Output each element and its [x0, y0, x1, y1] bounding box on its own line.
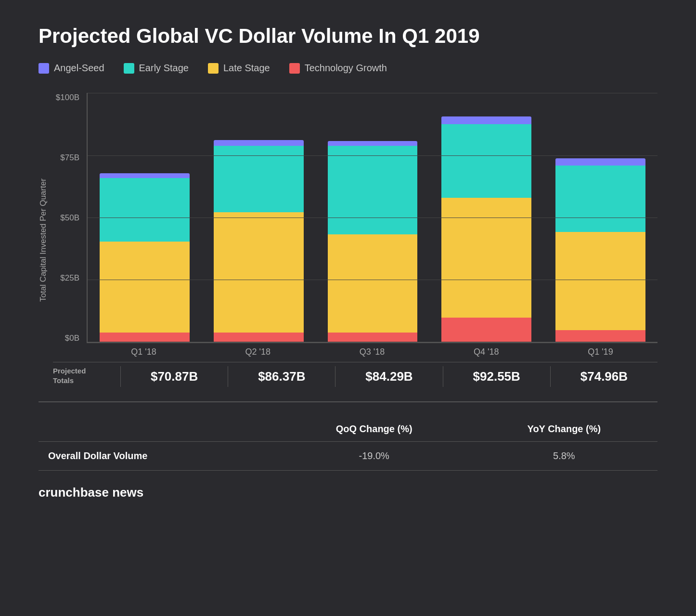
x-label-0: Q1 '18 [87, 347, 201, 357]
early-segment [328, 146, 418, 234]
total-cell-2: $84.29B [335, 366, 442, 387]
y-axis: $100B $75B $50B $25B $0B [53, 93, 87, 343]
tech-growth-swatch [289, 63, 300, 74]
bar-group-q4-18 [429, 98, 543, 342]
bar-group-q1-19 [543, 98, 657, 342]
branding: crunchbase news [39, 485, 657, 500]
totals-label: ProjectedTotals [53, 366, 120, 387]
x-label-4: Q1 '19 [543, 347, 657, 357]
early-segment [214, 146, 304, 212]
col-header-label [39, 417, 278, 442]
chart-inner: $100B $75B $50B $25B $0B Q1 '18Q2 '18Q3 … [53, 93, 657, 387]
row-label: Overall Dollar Volume [39, 442, 278, 471]
late-segment [100, 242, 190, 333]
late-segment [441, 198, 531, 318]
x-label-1: Q2 '18 [201, 347, 315, 357]
y-axis-label: Total Capital Invested Per Quarter [39, 93, 48, 387]
y-tick-0: $0B [65, 334, 79, 343]
angel-seed-swatch [39, 63, 49, 74]
early-segment [100, 178, 190, 242]
y-tick-25: $25B [60, 273, 79, 283]
comparison-table: QoQ Change (%) YoY Change (%) Overall Do… [39, 417, 657, 471]
x-label-3: Q4 '18 [429, 347, 543, 357]
angel-segment [555, 158, 645, 166]
table-row: Overall Dollar Volume-19.0%5.8% [39, 442, 657, 471]
chart-area: Total Capital Invested Per Quarter $100B… [39, 93, 657, 387]
table-header-row: QoQ Change (%) YoY Change (%) [39, 417, 657, 442]
stacked-bar-4 [555, 158, 645, 342]
late-stage-label: Late Stage [223, 63, 270, 74]
stacked-bar-2 [328, 141, 418, 342]
legend-item-late-stage: Late Stage [208, 63, 270, 74]
late-segment [214, 212, 304, 333]
tech-segment [555, 330, 645, 343]
tech-segment [100, 333, 190, 342]
stacked-bar-1 [214, 140, 304, 343]
grid-line-100 [88, 93, 657, 93]
chart-plot: $100B $75B $50B $25B $0B [53, 93, 657, 343]
early-stage-label: Early Stage [139, 63, 189, 74]
x-labels: Q1 '18Q2 '18Q3 '18Q4 '18Q1 '19 [87, 347, 657, 357]
stacked-bar-0 [100, 173, 190, 343]
angel-segment [100, 173, 190, 178]
angel-segment [328, 141, 418, 146]
bar-group-q1-18 [88, 98, 202, 342]
legend-item-tech-growth: Technology Growth [289, 63, 387, 74]
y-tick-75: $75B [60, 153, 79, 163]
tech-segment [328, 333, 418, 342]
y-tick-50: $50B [60, 213, 79, 223]
legend-item-early-stage: Early Stage [124, 63, 189, 74]
angel-seed-label: Angel-Seed [54, 63, 104, 74]
chart-title: Projected Global VC Dollar Volume In Q1 … [39, 24, 657, 48]
bars-container [87, 93, 657, 343]
late-segment [555, 232, 645, 330]
row-qoq: -19.0% [278, 442, 471, 471]
col-header-yoy: YoY Change (%) [471, 417, 657, 442]
total-cell-0: $70.87B [120, 366, 228, 387]
early-stage-swatch [124, 63, 134, 74]
totals-row: ProjectedTotals $70.87B$86.37B$84.29B$92… [53, 362, 657, 387]
col-header-qoq: QoQ Change (%) [278, 417, 471, 442]
tech-segment [441, 318, 531, 342]
bar-group-q3-18 [316, 98, 430, 342]
legend: Angel-Seed Early Stage Late Stage Techno… [39, 63, 657, 74]
angel-segment [441, 116, 531, 124]
tech-segment [214, 333, 304, 342]
stacked-bar-3 [441, 116, 531, 342]
total-cell-1: $86.37B [228, 366, 335, 387]
total-cell-3: $92.55B [443, 366, 550, 387]
late-segment [328, 234, 418, 333]
bar-group-q2-18 [202, 98, 316, 342]
y-tick-100: $100B [56, 93, 79, 103]
legend-item-angel-seed: Angel-Seed [39, 63, 104, 74]
tech-growth-label: Technology Growth [305, 63, 387, 74]
early-segment [441, 124, 531, 198]
totals-values: $70.87B$86.37B$84.29B$92.55B$74.96B [120, 366, 657, 387]
row-yoy: 5.8% [471, 442, 657, 471]
total-cell-4: $74.96B [550, 366, 657, 387]
angel-segment [214, 140, 304, 146]
x-label-2: Q3 '18 [315, 347, 429, 357]
early-segment [555, 166, 645, 232]
late-stage-swatch [208, 63, 219, 74]
section-divider [39, 401, 657, 402]
